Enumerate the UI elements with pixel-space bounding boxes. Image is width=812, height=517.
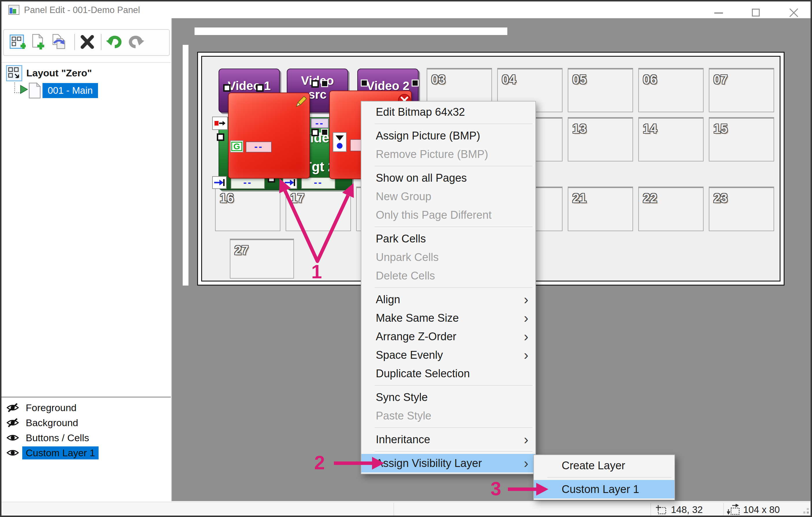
eye-icon[interactable] [6, 447, 19, 458]
undo-button[interactable] [106, 33, 122, 51]
selection-handle[interactable] [412, 80, 418, 86]
grid-cell-06[interactable]: 06 [638, 68, 704, 112]
eye-slash-icon[interactable] [6, 403, 19, 413]
selection-handle[interactable] [321, 80, 328, 87]
grid-cell-16[interactable]: 16 [215, 187, 281, 231]
bitmap-value-chip[interactable]: -- [246, 141, 272, 153]
menu-item-label: Only this Page Different [376, 209, 528, 221]
delete-button[interactable] [80, 33, 96, 51]
copy-page-button[interactable] [51, 33, 67, 51]
layer-row-custom-layer-1[interactable]: Custom Layer 1 [1, 446, 171, 460]
selection-handle[interactable] [311, 129, 319, 136]
menu-item-label: Space Evenly [376, 349, 524, 361]
horizontal-scrollbar [195, 27, 507, 35]
menu-separator [534, 475, 674, 480]
selection-handle[interactable] [256, 84, 264, 92]
group-flag-icon: G [231, 142, 242, 151]
grid-cell-27-parked[interactable]: 27 [230, 239, 294, 279]
panel-splitter[interactable] [1, 397, 171, 398]
source-value-chip[interactable]: -- [311, 118, 329, 128]
grid-cell-13[interactable]: 13 [568, 117, 633, 161]
selection-handle[interactable] [217, 133, 224, 141]
cell-number: 21 [572, 191, 586, 206]
cell-number: 04 [502, 72, 516, 87]
close-button[interactable] [781, 1, 807, 18]
grid-cell-17[interactable]: 17 [286, 187, 351, 231]
grid-cell-05[interactable]: 05 [568, 68, 633, 112]
menu-item-sync-style[interactable]: Sync Style [361, 388, 535, 407]
selection-handle[interactable] [223, 84, 231, 92]
add-page-button[interactable] [30, 33, 47, 51]
menu-item-assign-picture-bmp[interactable]: Assign Picture (BMP) [361, 127, 535, 145]
cell-number: 03 [431, 72, 445, 87]
tab-arrow-icon [284, 178, 296, 187]
delete-icon [80, 33, 96, 51]
menu-item-edit-bitmap-64x32[interactable]: Edit Bitmap 64x32 [361, 103, 535, 121]
cell-number: 05 [572, 72, 586, 87]
grid-cell-07[interactable]: 07 [709, 68, 774, 112]
drop-marker-icon-box[interactable] [333, 132, 347, 152]
menu-item-label: Arrange Z-Order [376, 330, 524, 343]
selection-handle[interactable] [311, 80, 319, 88]
menu-item-new-group: New Group [361, 187, 535, 206]
layer-row-foreground[interactable]: Foreground [1, 401, 171, 415]
submenu-chevron-icon: › [524, 348, 528, 362]
menu-item-label: Inheritance [376, 433, 524, 446]
link-target-icon-box[interactable] [212, 176, 227, 189]
maximize-button[interactable] [743, 1, 769, 18]
menu-item-label: Align [376, 293, 524, 306]
tree-root-label[interactable]: Layout "Zero" [26, 67, 92, 79]
menu-item-inheritance[interactable]: Inheritance› [361, 430, 535, 449]
menu-item-custom-layer-1[interactable]: Custom Layer 1 [534, 480, 674, 498]
menu-item-create-layer[interactable]: Create Layer [534, 456, 674, 475]
layout-grid-icon [7, 66, 21, 80]
menu-separator [361, 449, 535, 454]
grid-cell-14[interactable]: 14 [638, 117, 704, 161]
bitmap-overlay-1[interactable]: G -- [228, 92, 310, 179]
grid-cell-22[interactable]: 22 [638, 187, 704, 231]
menu-separator [361, 425, 535, 430]
menu-item-park-cells[interactable]: Park Cells [361, 229, 535, 248]
selection-handle[interactable] [361, 80, 368, 86]
eye-icon[interactable] [6, 433, 19, 443]
layer-row-background[interactable]: Background [1, 416, 171, 430]
close-icon [789, 8, 799, 18]
grid-cell-21[interactable]: 21 [568, 187, 633, 231]
minimize-icon [714, 12, 723, 13]
menu-item-align[interactable]: Align› [361, 290, 535, 309]
group-flag-icon-box[interactable]: G [230, 140, 243, 153]
cell-number: 07 [714, 72, 728, 87]
grid-cell-23[interactable]: 23 [709, 187, 774, 231]
selection-handle[interactable] [321, 129, 328, 136]
grid-cell-15[interactable]: 15 [709, 117, 774, 161]
menu-item-duplicate-selection[interactable]: Duplicate Selection [361, 364, 535, 383]
target-value-chip[interactable]: -- [301, 178, 335, 189]
menu-item-make-same-size[interactable]: Make Same Size› [361, 309, 535, 327]
tree-page-item[interactable]: 001 - Main [42, 83, 98, 98]
annotation-step-1: 1 [311, 261, 322, 283]
new-layout-button[interactable] [9, 33, 26, 51]
menu-item-show-on-all-pages[interactable]: Show on all Pages [361, 169, 535, 187]
menu-item-label: Sync Style [376, 391, 528, 404]
layout-node-icon-box[interactable] [6, 65, 22, 81]
menu-item-label: Assign Visibility Layer [376, 457, 524, 469]
menu-item-assign-visibility-layer[interactable]: Assign Visibility Layer› [361, 454, 535, 472]
resize-grip[interactable] [799, 504, 810, 515]
redo-button[interactable] [127, 33, 143, 51]
cell-number: 23 [714, 191, 728, 206]
vertical-scrollbar [183, 45, 188, 285]
menu-item-label: Make Same Size [376, 312, 524, 324]
menu-item-arrange-z-order[interactable]: Arrange Z-Order› [361, 327, 535, 346]
menu-item-space-evenly[interactable]: Space Evenly› [361, 346, 535, 364]
menu-item-label: Edit Bitmap 64x32 [376, 106, 528, 118]
minimize-button[interactable] [706, 1, 732, 18]
window-title: Panel Edit - 001-Demo Panel [24, 5, 140, 15]
layer-row-buttons-cells[interactable]: Buttons / Cells [1, 431, 171, 445]
target-value-chip[interactable]: -- [231, 178, 265, 189]
maximize-icon [752, 9, 760, 17]
redo-icon [127, 33, 144, 51]
eye-slash-icon[interactable] [6, 417, 19, 428]
group-link-icon-box[interactable] [212, 116, 228, 130]
menu-item-label: Duplicate Selection [376, 368, 528, 380]
layer-label: Foreground [22, 401, 80, 414]
